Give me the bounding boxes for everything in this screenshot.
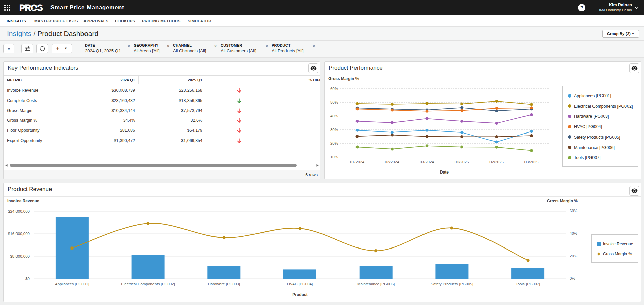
svg-text:$16,000,000: $16,000,000 bbox=[8, 232, 30, 236]
svg-text:20%: 20% bbox=[570, 254, 577, 258]
svg-text:03/2025: 03/2025 bbox=[524, 160, 539, 164]
svg-text:$8,000,000: $8,000,000 bbox=[10, 254, 30, 258]
svg-text:0%: 0% bbox=[570, 276, 575, 280]
svg-text:10%: 10% bbox=[330, 155, 338, 159]
svg-text:Electrical Components [PG002]: Electrical Components [PG002] bbox=[121, 282, 175, 286]
svg-text:40%: 40% bbox=[330, 114, 338, 118]
svg-text:Hardware [PG003]: Hardware [PG003] bbox=[208, 282, 240, 286]
svg-text:20%: 20% bbox=[330, 141, 338, 145]
svg-text:HVAC [PG004]: HVAC [PG004] bbox=[287, 282, 313, 286]
svg-text:60%: 60% bbox=[330, 87, 338, 91]
svg-text:03/2024: 03/2024 bbox=[420, 160, 434, 164]
svg-text:$0: $0 bbox=[25, 277, 30, 281]
svg-text:Maintenance [PG006]: Maintenance [PG006] bbox=[357, 282, 395, 286]
svg-text:?: ? bbox=[580, 5, 583, 10]
svg-text:Tools [PG007]: Tools [PG007] bbox=[516, 282, 540, 286]
svg-text:Safety Products [PG005]: Safety Products [PG005] bbox=[431, 282, 473, 286]
svg-text:Product: Product bbox=[292, 292, 307, 297]
svg-text:60%: 60% bbox=[570, 209, 577, 213]
svg-text:Date: Date bbox=[440, 170, 449, 175]
svg-text:01/2025: 01/2025 bbox=[455, 160, 469, 164]
svg-text:Appliances [PG001]: Appliances [PG001] bbox=[55, 282, 89, 286]
svg-text:01/2024: 01/2024 bbox=[350, 160, 364, 164]
svg-text:02/2025: 02/2025 bbox=[489, 160, 504, 164]
svg-text:50%: 50% bbox=[330, 100, 338, 104]
svg-text:02/2024: 02/2024 bbox=[385, 160, 399, 164]
svg-text:40%: 40% bbox=[570, 231, 577, 235]
svg-text:30%: 30% bbox=[330, 128, 338, 132]
svg-text:$24,000,000: $24,000,000 bbox=[8, 209, 30, 213]
